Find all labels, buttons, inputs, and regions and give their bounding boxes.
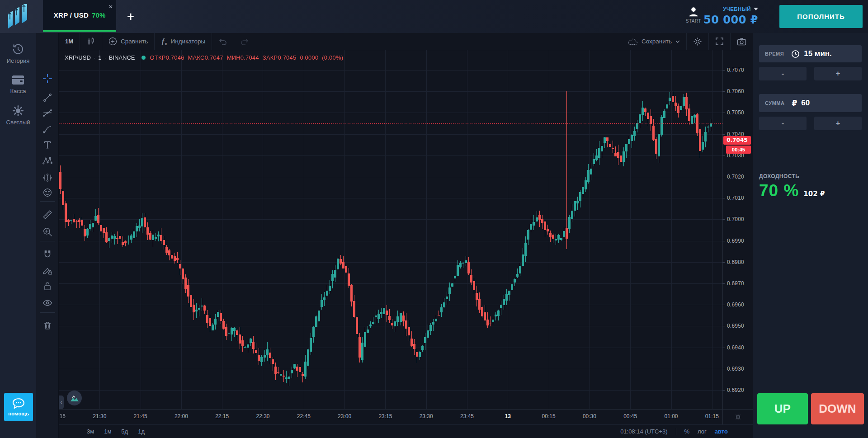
profit-amount: 102 ₽ bbox=[803, 190, 825, 198]
price-tick-label: 0.7000 bbox=[727, 216, 744, 222]
timeframe-3m[interactable]: 3м bbox=[87, 428, 94, 435]
trash-icon[interactable] bbox=[42, 320, 52, 330]
history-icon bbox=[12, 43, 24, 56]
draw-lock-icon[interactable] bbox=[42, 265, 52, 275]
clock-icon bbox=[791, 50, 800, 58]
panel-collapse-handle[interactable]: ‹ bbox=[59, 396, 64, 409]
forecast-icon[interactable] bbox=[42, 173, 52, 183]
redo-icon bbox=[240, 38, 249, 45]
scale-log-toggle[interactable]: лог bbox=[698, 428, 707, 435]
price-tick-label: 0.6930 bbox=[727, 366, 744, 372]
time-tick-label: 23:45 bbox=[453, 413, 481, 419]
save-label: Сохранить bbox=[642, 38, 672, 45]
tab-close-icon[interactable]: ✕ bbox=[108, 4, 113, 9]
redo-button[interactable] bbox=[234, 33, 255, 50]
pattern-icon[interactable] bbox=[42, 156, 52, 166]
sidebar-item-cashier[interactable]: Касса bbox=[0, 74, 36, 94]
scale-auto-toggle[interactable]: авто bbox=[715, 428, 728, 435]
chart-area: 1M Сравнить ƒx Индикаторы Сохранить bbox=[59, 33, 753, 438]
account-balance[interactable]: УЧЕБНЫЙ 50 000 ₽ bbox=[703, 5, 758, 26]
account-type-label: УЧЕБНЫЙ bbox=[723, 6, 751, 12]
gear-icon bbox=[693, 37, 702, 46]
fullscreen-button[interactable] bbox=[709, 33, 730, 50]
sidebar-item-history[interactable]: История bbox=[0, 43, 36, 64]
chart-plot[interactable]: XRP/USD · 1 · BINANCE ОТКР0.7046МАКС0.70… bbox=[59, 50, 722, 409]
timeframe-1d[interactable]: 1д bbox=[138, 428, 145, 435]
chart-style-button[interactable] bbox=[80, 33, 102, 50]
timeframe-5d[interactable]: 5д bbox=[121, 428, 128, 435]
time-tick-label: 22:15 bbox=[208, 413, 236, 419]
save-layout-button[interactable]: Сохранить bbox=[622, 33, 686, 50]
asset-tab-xrp-usd[interactable]: XRP / USD 70% ✕ bbox=[43, 0, 116, 32]
legend-ohlc: ОТКР0.7046МАКС0.7047МИН0.7044ЗАКР0.70450… bbox=[150, 54, 344, 61]
down-button[interactable]: DOWN bbox=[811, 393, 864, 424]
chart-settings-button[interactable] bbox=[687, 33, 708, 50]
compare-button[interactable]: Сравнить bbox=[102, 33, 154, 50]
price-axis[interactable]: 0.7045 00:45 0.70700.70600.70500.70400.7… bbox=[722, 50, 753, 409]
undo-button[interactable] bbox=[212, 33, 234, 50]
clock-label[interactable]: 01:08:14 (UTC+3) bbox=[620, 428, 667, 435]
scale-percent-toggle[interactable]: % bbox=[684, 428, 690, 435]
theme-icon bbox=[12, 104, 24, 117]
chevron-down-icon bbox=[754, 8, 758, 10]
help-label: помощь bbox=[8, 411, 29, 416]
payout-percent: 70 % bbox=[759, 181, 799, 200]
camera-icon bbox=[737, 38, 746, 46]
text-icon[interactable] bbox=[42, 140, 52, 150]
price-tick-label: 0.7010 bbox=[727, 195, 744, 201]
brush-icon[interactable] bbox=[42, 124, 52, 134]
price-tick-label: 0.6990 bbox=[727, 238, 744, 244]
expiry-countdown-tag: 00:45 bbox=[726, 146, 751, 154]
magnet-icon[interactable] bbox=[42, 250, 52, 259]
amount-increase-button[interactable]: + bbox=[814, 117, 862, 130]
timeframe-1m[interactable]: 1м bbox=[104, 428, 111, 435]
time-increase-button[interactable]: + bbox=[814, 67, 862, 80]
expiry-time-field[interactable]: ВРЕМЯ 15 мин. bbox=[759, 45, 862, 62]
indicators-button[interactable]: ƒx Индикаторы bbox=[155, 33, 212, 50]
top-bar: XRP / USD 70% ✕ + START УЧЕБНЫЙ 50 000 ₽… bbox=[0, 0, 868, 33]
ruler-icon[interactable] bbox=[42, 210, 52, 220]
zoom-in-icon[interactable] bbox=[42, 227, 52, 237]
start-tour-button[interactable]: START bbox=[684, 6, 703, 24]
lock-icon[interactable] bbox=[42, 281, 52, 291]
trendline-icon[interactable] bbox=[42, 93, 52, 103]
candlestick-canvas[interactable] bbox=[59, 50, 722, 409]
start-label: START bbox=[684, 19, 703, 24]
help-button[interactable]: помощь bbox=[4, 393, 33, 421]
up-button[interactable]: UP bbox=[757, 393, 808, 424]
time-tick-label: 13 bbox=[494, 413, 521, 419]
fib-icon[interactable] bbox=[42, 108, 52, 118]
deposit-button[interactable]: ПОПОЛНИТЬ bbox=[779, 5, 863, 28]
cloud-icon bbox=[628, 38, 638, 45]
user-icon bbox=[688, 6, 699, 18]
add-tab-button[interactable]: + bbox=[127, 11, 134, 23]
drawing-toolbar bbox=[36, 33, 59, 438]
crosshair-icon[interactable] bbox=[42, 74, 52, 84]
amount-decrease-button[interactable]: - bbox=[759, 117, 807, 130]
time-tick-label: 23:00 bbox=[331, 413, 358, 419]
screenshot-button[interactable] bbox=[731, 33, 753, 50]
mountain-icon bbox=[70, 395, 79, 402]
price-tick-label: 0.7050 bbox=[727, 109, 744, 116]
price-tick-label: 0.6950 bbox=[727, 323, 744, 329]
time-axis[interactable]: 21:1521:3021:4522:0022:1522:3022:4523:00… bbox=[59, 409, 722, 424]
emoji-icon[interactable] bbox=[42, 188, 52, 198]
legend-symbol: XRP/USD bbox=[65, 54, 91, 61]
chart-toolbar: 1M Сравнить ƒx Индикаторы Сохранить bbox=[59, 33, 753, 50]
time-tick-label: 23:30 bbox=[413, 413, 440, 419]
market-status-icon bbox=[142, 56, 146, 60]
price-tick-label: 0.7060 bbox=[727, 88, 744, 94]
price-tick-label: 0.7070 bbox=[727, 67, 744, 73]
compare-plus-icon bbox=[108, 37, 117, 46]
sidebar-item-label: Касса bbox=[0, 88, 36, 94]
chart-type-button[interactable] bbox=[67, 391, 82, 405]
amount-field[interactable]: СУММА ₽ 60 bbox=[759, 94, 862, 112]
time-decrease-button[interactable]: - bbox=[759, 67, 807, 80]
chart-bottom-bar: 3м 1м 5д 1д 01:08:14 (UTC+3) % лог авто bbox=[59, 424, 753, 438]
sidebar-item-theme[interactable]: Светлый bbox=[0, 104, 36, 126]
eye-icon[interactable] bbox=[42, 298, 52, 308]
asset-tab-payout: 70% bbox=[92, 11, 105, 19]
axis-settings-button[interactable] bbox=[722, 409, 753, 424]
interval-button[interactable]: 1M bbox=[59, 33, 80, 50]
compare-label: Сравнить bbox=[121, 38, 148, 45]
